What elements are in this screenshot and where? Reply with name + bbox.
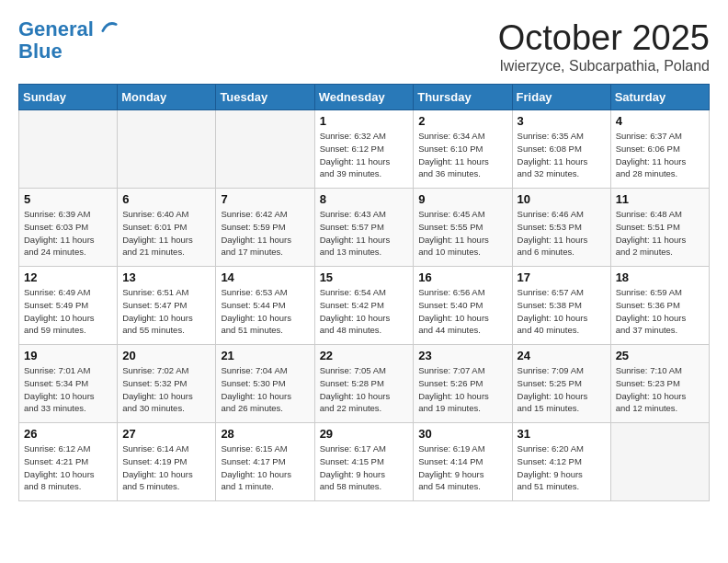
weekday-header-cell: Sunday (19, 85, 118, 110)
day-number: 13 (122, 270, 210, 284)
calendar-cell: 26Sunrise: 6:12 AM Sunset: 4:21 PM Dayli… (19, 423, 118, 501)
calendar-cell: 25Sunrise: 7:10 AM Sunset: 5:23 PM Dayli… (610, 345, 709, 423)
day-number: 20 (122, 349, 210, 362)
calendar-body: 1Sunrise: 6:32 AM Sunset: 6:12 PM Daylig… (19, 110, 710, 501)
calendar-cell: 14Sunrise: 6:53 AM Sunset: 5:44 PM Dayli… (216, 267, 314, 345)
calendar-cell: 30Sunrise: 6:19 AM Sunset: 4:14 PM Dayli… (414, 423, 512, 501)
calendar-week-row: 1Sunrise: 6:32 AM Sunset: 6:12 PM Daylig… (19, 110, 710, 189)
day-info: Sunrise: 6:49 AM Sunset: 5:49 PM Dayligh… (24, 286, 112, 337)
location-subtitle: Iwierzyce, Subcarpathia, Poland (498, 58, 710, 75)
day-number: 4 (616, 114, 704, 128)
day-info: Sunrise: 6:45 AM Sunset: 5:55 PM Dayligh… (418, 208, 506, 259)
calendar-cell (610, 423, 709, 501)
logo-icon (101, 19, 118, 36)
logo-text2: Blue (18, 40, 118, 63)
day-info: Sunrise: 6:43 AM Sunset: 5:57 PM Dayligh… (320, 208, 409, 259)
calendar-week-row: 12Sunrise: 6:49 AM Sunset: 5:49 PM Dayli… (19, 267, 710, 345)
day-info: Sunrise: 6:56 AM Sunset: 5:40 PM Dayligh… (418, 286, 506, 337)
month-title: October 2025 (498, 18, 710, 58)
calendar-cell: 24Sunrise: 7:09 AM Sunset: 5:25 PM Dayli… (512, 345, 610, 423)
day-info: Sunrise: 6:59 AM Sunset: 5:36 PM Dayligh… (616, 286, 704, 337)
day-info: Sunrise: 6:34 AM Sunset: 6:10 PM Dayligh… (418, 130, 506, 180)
day-number: 30 (418, 427, 506, 441)
day-number: 16 (418, 270, 506, 284)
calendar-cell: 11Sunrise: 6:48 AM Sunset: 5:51 PM Dayli… (610, 189, 709, 267)
page-header: General Blue October 2025 Iwierzyce, Sub… (18, 18, 710, 75)
day-number: 9 (418, 192, 506, 206)
title-block: October 2025 Iwierzyce, Subcarpathia, Po… (498, 18, 710, 75)
calendar-cell (216, 110, 314, 189)
weekday-header-cell: Monday (118, 85, 216, 110)
day-info: Sunrise: 6:57 AM Sunset: 5:38 PM Dayligh… (518, 286, 606, 337)
calendar-cell: 31Sunrise: 6:20 AM Sunset: 4:12 PM Dayli… (512, 423, 610, 501)
day-number: 22 (320, 349, 409, 362)
calendar-cell (19, 110, 118, 189)
calendar-cell: 10Sunrise: 6:46 AM Sunset: 5:53 PM Dayli… (512, 189, 610, 267)
day-number: 23 (418, 349, 506, 362)
day-info: Sunrise: 7:01 AM Sunset: 5:34 PM Dayligh… (24, 364, 112, 415)
day-number: 31 (518, 427, 606, 441)
calendar-cell: 7Sunrise: 6:42 AM Sunset: 5:59 PM Daylig… (216, 189, 314, 267)
day-info: Sunrise: 7:09 AM Sunset: 5:25 PM Dayligh… (518, 364, 606, 415)
day-info: Sunrise: 6:53 AM Sunset: 5:44 PM Dayligh… (221, 286, 309, 337)
day-number: 21 (221, 349, 309, 362)
calendar-cell: 19Sunrise: 7:01 AM Sunset: 5:34 PM Dayli… (19, 345, 118, 423)
day-number: 1 (320, 114, 409, 128)
calendar-week-row: 5Sunrise: 6:39 AM Sunset: 6:03 PM Daylig… (19, 189, 710, 267)
calendar-cell: 28Sunrise: 6:15 AM Sunset: 4:17 PM Dayli… (216, 423, 314, 501)
day-info: Sunrise: 6:48 AM Sunset: 5:51 PM Dayligh… (616, 208, 704, 259)
day-info: Sunrise: 6:12 AM Sunset: 4:21 PM Dayligh… (24, 442, 112, 493)
day-info: Sunrise: 7:02 AM Sunset: 5:32 PM Dayligh… (122, 364, 210, 415)
calendar-cell: 6Sunrise: 6:40 AM Sunset: 6:01 PM Daylig… (118, 189, 216, 267)
day-info: Sunrise: 7:04 AM Sunset: 5:30 PM Dayligh… (221, 364, 309, 415)
calendar-cell: 4Sunrise: 6:37 AM Sunset: 6:06 PM Daylig… (610, 110, 709, 189)
day-number: 24 (518, 349, 606, 362)
calendar-cell: 18Sunrise: 6:59 AM Sunset: 5:36 PM Dayli… (610, 267, 709, 345)
day-info: Sunrise: 6:14 AM Sunset: 4:19 PM Dayligh… (122, 442, 210, 493)
calendar-cell: 9Sunrise: 6:45 AM Sunset: 5:55 PM Daylig… (414, 189, 512, 267)
calendar-cell: 20Sunrise: 7:02 AM Sunset: 5:32 PM Dayli… (118, 345, 216, 423)
day-info: Sunrise: 6:40 AM Sunset: 6:01 PM Dayligh… (122, 208, 210, 259)
weekday-header-cell: Thursday (414, 85, 512, 110)
day-info: Sunrise: 7:10 AM Sunset: 5:23 PM Dayligh… (616, 364, 704, 415)
day-info: Sunrise: 6:35 AM Sunset: 6:08 PM Dayligh… (518, 130, 606, 180)
calendar-table: SundayMondayTuesdayWednesdayThursdayFrid… (18, 84, 710, 501)
day-number: 26 (24, 427, 112, 441)
day-number: 11 (616, 192, 704, 206)
calendar-cell: 1Sunrise: 6:32 AM Sunset: 6:12 PM Daylig… (314, 110, 414, 189)
day-number: 19 (24, 349, 112, 362)
day-number: 15 (320, 270, 409, 284)
day-info: Sunrise: 7:05 AM Sunset: 5:28 PM Dayligh… (320, 364, 409, 415)
day-info: Sunrise: 6:51 AM Sunset: 5:47 PM Dayligh… (122, 286, 210, 337)
day-info: Sunrise: 6:37 AM Sunset: 6:06 PM Dayligh… (616, 130, 704, 180)
day-number: 2 (418, 114, 506, 128)
calendar-cell: 13Sunrise: 6:51 AM Sunset: 5:47 PM Dayli… (118, 267, 216, 345)
day-info: Sunrise: 6:19 AM Sunset: 4:14 PM Dayligh… (418, 442, 506, 493)
day-info: Sunrise: 6:20 AM Sunset: 4:12 PM Dayligh… (518, 442, 606, 493)
day-info: Sunrise: 7:07 AM Sunset: 5:26 PM Dayligh… (418, 364, 506, 415)
calendar-cell: 8Sunrise: 6:43 AM Sunset: 5:57 PM Daylig… (314, 189, 414, 267)
day-info: Sunrise: 6:42 AM Sunset: 5:59 PM Dayligh… (221, 208, 309, 259)
day-number: 28 (221, 427, 309, 441)
day-number: 29 (320, 427, 409, 441)
day-number: 10 (518, 192, 606, 206)
weekday-header-cell: Friday (512, 85, 610, 110)
calendar-week-row: 19Sunrise: 7:01 AM Sunset: 5:34 PM Dayli… (19, 345, 710, 423)
day-number: 27 (122, 427, 210, 441)
calendar-cell: 27Sunrise: 6:14 AM Sunset: 4:19 PM Dayli… (118, 423, 216, 501)
calendar-week-row: 26Sunrise: 6:12 AM Sunset: 4:21 PM Dayli… (19, 423, 710, 501)
calendar-cell: 22Sunrise: 7:05 AM Sunset: 5:28 PM Dayli… (314, 345, 414, 423)
day-info: Sunrise: 6:39 AM Sunset: 6:03 PM Dayligh… (24, 208, 112, 259)
day-number: 14 (221, 270, 309, 284)
logo-text: General (18, 18, 118, 40)
day-number: 18 (616, 270, 704, 284)
day-number: 7 (221, 192, 309, 206)
calendar-cell: 21Sunrise: 7:04 AM Sunset: 5:30 PM Dayli… (216, 345, 314, 423)
calendar-cell: 5Sunrise: 6:39 AM Sunset: 6:03 PM Daylig… (19, 189, 118, 267)
day-info: Sunrise: 6:32 AM Sunset: 6:12 PM Dayligh… (320, 130, 409, 180)
day-info: Sunrise: 6:17 AM Sunset: 4:15 PM Dayligh… (320, 442, 409, 493)
day-number: 8 (320, 192, 409, 206)
weekday-header-row: SundayMondayTuesdayWednesdayThursdayFrid… (19, 85, 710, 110)
calendar-cell: 29Sunrise: 6:17 AM Sunset: 4:15 PM Dayli… (314, 423, 414, 501)
calendar-cell: 17Sunrise: 6:57 AM Sunset: 5:38 PM Dayli… (512, 267, 610, 345)
